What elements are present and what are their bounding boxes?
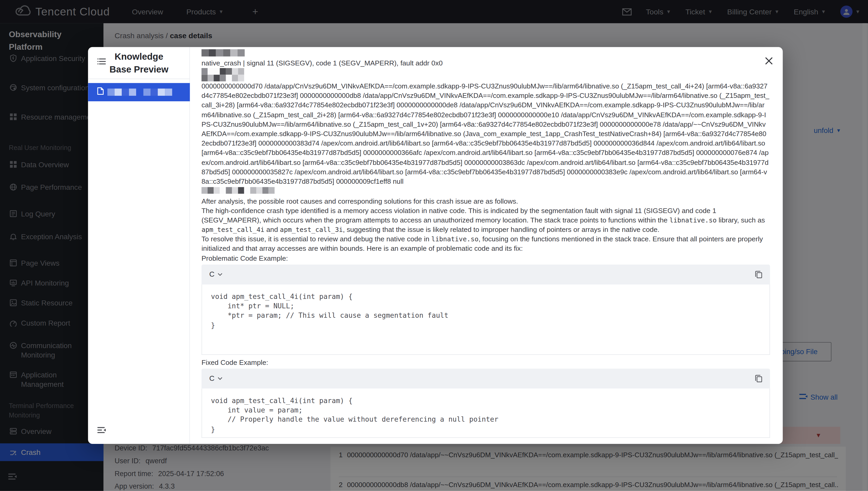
copy-icon[interactable] — [755, 375, 762, 383]
file-icon — [97, 87, 104, 97]
kb-list-panel: Knowledge Base Preview — [88, 47, 190, 444]
fixed-code-block: C void apm_test_call_4i(int param) { int… — [202, 369, 770, 438]
copy-icon[interactable] — [755, 271, 762, 279]
panel-collapse-icon[interactable] — [97, 426, 106, 435]
analysis-cause: The high-confidence crash type identifie… — [202, 206, 770, 235]
redacted-kb-item-name — [107, 88, 172, 95]
analysis-intro: After analysis, the possible root causes… — [202, 197, 770, 206]
redacted-case-title — [202, 49, 770, 56]
chevron-down-icon — [218, 377, 223, 380]
kb-list-item-selected[interactable] — [88, 83, 190, 101]
problematic-code-block: C void apm_test_call_4i(int param) { int… — [202, 265, 770, 355]
code-content: void apm_test_call_4i(int param) { int v… — [202, 389, 770, 438]
crash-summary: native_crash | signal 11 (SIGSEGV), code… — [202, 59, 770, 68]
language-select[interactable]: C — [209, 270, 214, 279]
knowledge-base-preview-modal: Knowledge Base Preview native_crash | si… — [88, 47, 783, 444]
chevron-down-icon — [218, 273, 223, 277]
redacted-label — [202, 187, 770, 194]
redacted-block — [202, 68, 770, 81]
language-select[interactable]: C — [209, 374, 214, 383]
code-header: C — [202, 369, 770, 388]
problematic-code-label: Problematic Code Example: — [202, 254, 770, 264]
stack-trace-text: 0000000000000d70 /data/app/CnVsz9u6DM_VI… — [202, 82, 770, 186]
divider — [88, 79, 190, 79]
fixed-code-label: Fixed Code Example: — [202, 358, 770, 368]
page-root: Tencent Cloud Overview Products▼ + Tools… — [0, 0, 868, 491]
analysis-fix: To resolve this issue, it is essential t… — [202, 235, 770, 254]
modal-title: Knowledge Base Preview — [88, 50, 190, 76]
code-content: void apm_test_call_4i(int param) { int* … — [202, 285, 770, 355]
code-header: C — [202, 265, 770, 285]
